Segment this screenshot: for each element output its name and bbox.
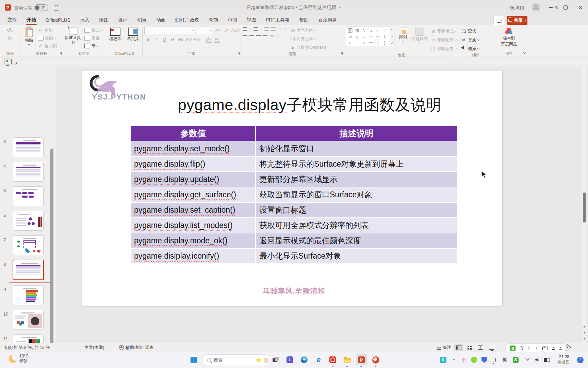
increase-indent-icon[interactable] bbox=[271, 27, 276, 31]
slide-thumbnail-8-current[interactable] bbox=[13, 260, 44, 280]
shape-effects-button[interactable]: ❏形状效果 bbox=[430, 45, 457, 52]
decrease-indent-icon[interactable] bbox=[264, 27, 269, 31]
new-slide-button[interactable]: 新建 幻灯片 bbox=[65, 27, 82, 45]
app-icon-edge[interactable] bbox=[299, 354, 310, 365]
app-icon-red-o[interactable] bbox=[327, 354, 338, 365]
slide-thumbnail-6[interactable] bbox=[13, 211, 44, 231]
tray-app-k[interactable]: K bbox=[438, 354, 448, 365]
functions-table[interactable]: 参数值 描述说明 pygame.display.set_mode()初始化显示窗… bbox=[130, 125, 458, 264]
tab-slideshow[interactable]: 幻灯片放映 bbox=[170, 15, 204, 25]
shrink-font-button[interactable]: A˅ bbox=[223, 27, 231, 34]
page-library-button[interactable]: 单页库 bbox=[126, 27, 141, 42]
share-button[interactable]: 共享 bbox=[507, 16, 527, 25]
character-spacing-button[interactable]: AV bbox=[185, 36, 193, 43]
minimize-button[interactable] bbox=[543, 0, 558, 15]
profile-icon[interactable] bbox=[552, 347, 555, 350]
next-slide-button[interactable]: ▼ bbox=[582, 330, 587, 335]
align-right-icon[interactable] bbox=[256, 34, 261, 37]
save-icon[interactable] bbox=[54, 5, 59, 11]
slideshow-button[interactable] bbox=[487, 344, 496, 351]
slide-thumbnail-7[interactable] bbox=[13, 235, 44, 255]
line-spacing-icon[interactable]: ↕≡ bbox=[278, 27, 282, 31]
undo-icon[interactable]: ↺ bbox=[6, 27, 13, 34]
clear-formatting-button[interactable]: A⌫ bbox=[232, 27, 240, 34]
columns-icon[interactable]: ≡≡ bbox=[270, 33, 274, 37]
user-name[interactable]: 杨 淑娟 bbox=[510, 5, 524, 11]
copy-button[interactable]: 复制 bbox=[38, 34, 56, 42]
reading-view-button[interactable] bbox=[476, 344, 485, 351]
tab-draw[interactable]: 绘图 bbox=[94, 15, 113, 25]
slide-thumbnail-3[interactable] bbox=[13, 137, 44, 157]
chevron-down-icon[interactable] bbox=[339, 6, 341, 8]
change-case-button[interactable]: Aa bbox=[193, 36, 201, 43]
sogou-icon[interactable]: S bbox=[510, 346, 516, 351]
language-indicator[interactable]: 中文(中国) bbox=[84, 343, 104, 352]
tab-animations[interactable]: 动画 bbox=[151, 15, 170, 25]
customize-toolbar-icon[interactable] bbox=[15, 60, 17, 66]
redo-icon[interactable]: ↻ bbox=[7, 35, 12, 42]
avatar[interactable] bbox=[532, 3, 540, 12]
notification-badge[interactable]: 2 bbox=[576, 354, 585, 365]
punctuation-icon[interactable]: °, bbox=[536, 347, 538, 351]
slide-thumbnail-5[interactable] bbox=[13, 186, 44, 206]
shapes-gallery[interactable]: 🄰▨╲↘▭○ ▭△∟⇒⇨⇓ ς⌒∿〜{} bbox=[346, 27, 389, 46]
start-slideshow-icon[interactable] bbox=[4, 59, 12, 64]
numbering-icon[interactable] bbox=[254, 27, 258, 31]
italic-button[interactable]: I bbox=[152, 36, 160, 43]
tab-help[interactable]: 帮助 bbox=[294, 15, 313, 25]
highlight-color-button[interactable]: 🖉 bbox=[205, 36, 212, 43]
save-to-baidu-button[interactable]: 保存到 百度网盘 bbox=[497, 27, 521, 47]
taskbar-clock[interactable]: 21:28 星期五 bbox=[553, 354, 573, 365]
tray-microphone-icon[interactable] bbox=[490, 354, 498, 365]
tab-baidu-netdisk[interactable]: 百度网盘 bbox=[313, 15, 342, 25]
autosave-control[interactable]: 自动保存 关 bbox=[14, 4, 59, 11]
task-view-button[interactable] bbox=[270, 354, 281, 365]
reset-button[interactable]: 重置 bbox=[84, 34, 100, 42]
tab-pdf-toolbox[interactable]: PDF工具箱 bbox=[261, 15, 294, 25]
thumbnail-scrollbar[interactable] bbox=[50, 149, 53, 368]
layout-button[interactable]: 版式 bbox=[84, 27, 103, 34]
weather-widget[interactable]: 13°C 晴朗 bbox=[9, 354, 29, 364]
shape-fill-button[interactable]: ◍形状填充 bbox=[430, 27, 457, 35]
taskbar-search[interactable]: 搜索 bbox=[202, 354, 271, 366]
align-center-icon[interactable] bbox=[249, 34, 254, 37]
font-size-combo[interactable] bbox=[197, 27, 213, 34]
cut-button[interactable]: ✂剪切 bbox=[38, 27, 53, 34]
close-button[interactable] bbox=[573, 0, 588, 15]
app-icon-file-explorer[interactable] bbox=[342, 354, 353, 365]
skin-icon[interactable] bbox=[559, 347, 562, 350]
shadow-button[interactable]: S bbox=[169, 36, 176, 43]
paste-button[interactable]: 粘贴 bbox=[22, 27, 36, 45]
tab-file[interactable]: 文件 bbox=[3, 15, 22, 25]
tab-officeplus[interactable]: OfficePLUS bbox=[41, 15, 75, 25]
slide-sorter-view-button[interactable] bbox=[465, 344, 474, 351]
tray-shield-icon[interactable] bbox=[480, 354, 489, 365]
justify-icon[interactable] bbox=[263, 34, 267, 37]
document-title[interactable]: Pygame游戏开发.pptx • 已保存到这台电脑 bbox=[247, 4, 336, 11]
tray-volume-icon[interactable]: ) bbox=[533, 354, 541, 365]
table-row[interactable]: pygame.display.flip()将完整待显示的Surface对象更新到… bbox=[131, 157, 457, 171]
table-row[interactable]: pygame.display.get_surface()获取当前显示的窗口Sur… bbox=[131, 187, 457, 202]
dialog-launcher-icon[interactable] bbox=[340, 52, 343, 55]
app-icon-ie[interactable]: e bbox=[313, 354, 324, 365]
start-button[interactable] bbox=[188, 354, 199, 365]
bullets-icon[interactable] bbox=[243, 27, 247, 31]
slide-counter[interactable]: 幻灯片 第 8 张, 共 12 张 bbox=[5, 343, 50, 352]
app-icon-powerpoint-round[interactable] bbox=[370, 354, 381, 365]
dialog-launcher-icon[interactable] bbox=[455, 53, 458, 56]
arrange-button[interactable]: 排列 bbox=[397, 27, 409, 42]
previous-slide-button[interactable]: ▲ bbox=[582, 324, 587, 329]
tray-overflow-chevron[interactable] bbox=[450, 354, 457, 365]
app-icon-loop[interactable]: L bbox=[284, 354, 295, 365]
tab-insert[interactable]: 插入 bbox=[75, 15, 94, 25]
tab-home[interactable]: 开始 bbox=[22, 15, 41, 25]
tray-ime-indicator[interactable]: 英 bbox=[500, 354, 509, 365]
slide-title[interactable]: pygame.display子模块常用函数及说明 bbox=[146, 95, 473, 115]
tab-transitions[interactable]: 切换 bbox=[132, 15, 151, 25]
ime-mode[interactable]: 五 bbox=[520, 346, 524, 352]
tray-qq-music-icon[interactable]: ♪ bbox=[470, 354, 478, 365]
table-row[interactable]: pygame.display.list_modes()获取可用全屏模式分辨率的列… bbox=[131, 218, 457, 233]
font-name-combo[interactable] bbox=[144, 27, 195, 34]
table-row[interactable]: pygame.display.set_mode()初始化显示窗口 bbox=[131, 141, 457, 156]
dialog-launcher-icon[interactable] bbox=[59, 52, 62, 55]
